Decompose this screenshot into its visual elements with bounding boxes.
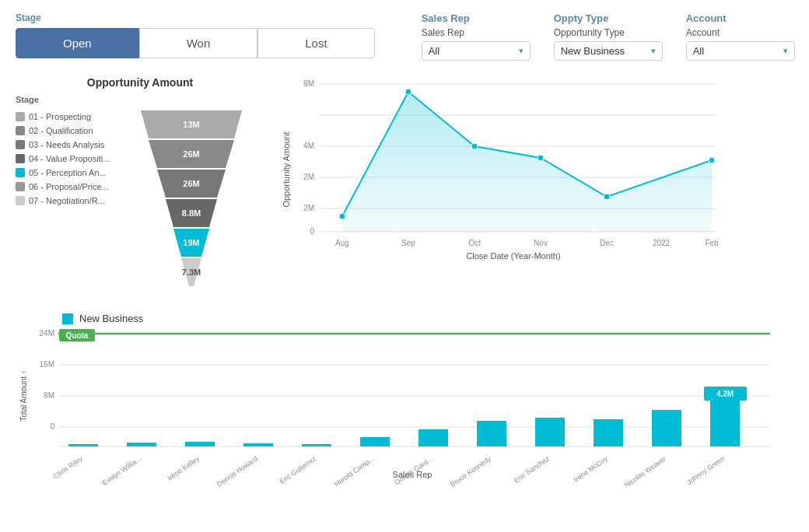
oppty-type-top-label: Oppty Type bbox=[554, 12, 663, 24]
legend-color-04 bbox=[16, 154, 25, 163]
stage-tabs: Open Won Lost bbox=[16, 28, 375, 58]
funnel-section: Opportunity Amount Stage 01 - Prospectin… bbox=[16, 76, 264, 297]
svg-point-27 bbox=[471, 143, 478, 149]
legend-color-05 bbox=[16, 168, 25, 177]
svg-text:Johnny Green: Johnny Green bbox=[685, 454, 726, 486]
svg-text:Dec: Dec bbox=[600, 239, 614, 247]
svg-rect-63 bbox=[710, 394, 740, 446]
sales-rep-top-label: Sales Rep bbox=[422, 12, 531, 24]
chevron-down-icon: ▾ bbox=[783, 46, 788, 56]
legend-item-06: 06 - Proposal/Price... bbox=[16, 182, 110, 191]
svg-text:Dennis Howard: Dennis Howard bbox=[215, 454, 259, 488]
legend-color-06 bbox=[16, 182, 25, 191]
svg-text:Quota: Quota bbox=[66, 331, 89, 340]
svg-text:7.3M: 7.3M bbox=[181, 268, 200, 277]
filter-oppty-type: Oppty Type Opportunity Type New Business… bbox=[554, 12, 663, 61]
funnel-title: Opportunity Amount bbox=[16, 76, 264, 89]
svg-text:Bruce Kennedy: Bruce Kennedy bbox=[449, 454, 493, 488]
oppty-type-value: New Business bbox=[561, 45, 625, 57]
chevron-down-icon: ▾ bbox=[519, 46, 524, 56]
legend-color-01 bbox=[16, 112, 25, 121]
tab-open[interactable]: Open bbox=[16, 28, 139, 58]
legend-item-03: 03 - Needs Analysis bbox=[16, 140, 110, 149]
svg-point-25 bbox=[339, 213, 345, 219]
legend-label-05: 05 - Perception An... bbox=[29, 168, 107, 177]
account-select[interactable]: All ▾ bbox=[686, 41, 795, 61]
svg-text:24M: 24M bbox=[40, 329, 54, 338]
svg-text:26M: 26M bbox=[183, 149, 199, 159]
svg-text:13M: 13M bbox=[183, 120, 199, 129]
svg-text:Evelyn Willia...: Evelyn Willia... bbox=[100, 454, 142, 487]
svg-rect-58 bbox=[419, 429, 448, 446]
svg-text:Aug: Aug bbox=[335, 239, 349, 247]
svg-rect-56 bbox=[302, 444, 331, 446]
svg-rect-54 bbox=[185, 442, 215, 446]
svg-rect-60 bbox=[535, 418, 565, 446]
svg-text:2M: 2M bbox=[303, 173, 314, 181]
svg-text:Close Date (Year-Month): Close Date (Year-Month) bbox=[466, 251, 560, 261]
svg-text:2M: 2M bbox=[303, 204, 314, 212]
svg-text:Opportunity Amount: Opportunity Amount bbox=[282, 131, 291, 207]
legend-label-01: 01 - Prospecting bbox=[29, 112, 91, 121]
legend-item-02: 02 - Qualification bbox=[16, 126, 110, 135]
sales-rep-select[interactable]: All ▾ bbox=[422, 41, 531, 61]
tab-won[interactable]: Won bbox=[139, 28, 258, 58]
svg-text:26M: 26M bbox=[183, 179, 199, 188]
svg-rect-57 bbox=[360, 437, 390, 446]
account-sub-label: Account bbox=[686, 27, 795, 38]
svg-text:8M: 8M bbox=[303, 79, 314, 88]
account-top-label: Account bbox=[686, 12, 795, 24]
svg-text:Irene Kelley: Irene Kelley bbox=[166, 454, 201, 482]
svg-text:Oct: Oct bbox=[468, 239, 481, 247]
svg-text:Eric Sanchez: Eric Sanchez bbox=[513, 454, 552, 485]
svg-point-29 bbox=[604, 194, 610, 200]
svg-rect-62 bbox=[652, 410, 681, 446]
bar-chart-section: New Business 24M 16M 8M 0 Total Amount ↑… bbox=[16, 313, 793, 484]
legend-item-04: 04 - Value Propositi... bbox=[16, 154, 110, 163]
line-chart-section: 8M 4M 2M 2M 0 Opportunity Amount bbox=[280, 76, 793, 297]
legend-item-01: 01 - Prospecting bbox=[16, 112, 110, 121]
svg-text:Feb: Feb bbox=[705, 239, 719, 247]
svg-text:Nov: Nov bbox=[534, 239, 548, 247]
svg-text:4.2M: 4.2M bbox=[716, 390, 734, 398]
line-chart-svg: 8M 4M 2M 2M 0 Opportunity Amount bbox=[280, 76, 731, 263]
svg-text:19M: 19M bbox=[183, 238, 199, 247]
sales-rep-value: All bbox=[429, 45, 440, 57]
svg-text:Harold Camp...: Harold Camp... bbox=[333, 454, 376, 488]
funnel-svg: 13M 26M 26M 8.8M 19M bbox=[129, 110, 254, 297]
svg-text:16M: 16M bbox=[40, 360, 54, 369]
svg-text:Total Amount ↑: Total Amount ↑ bbox=[19, 370, 28, 422]
filter-account: Account Account All ▾ bbox=[686, 12, 795, 61]
svg-point-26 bbox=[405, 89, 412, 95]
svg-text:Sep: Sep bbox=[401, 239, 415, 247]
legend-label-02: 02 - Qualification bbox=[29, 126, 93, 135]
oppty-type-select[interactable]: New Business ▾ bbox=[554, 41, 663, 61]
filters: Sales Rep Sales Rep All ▾ Oppty Type Opp… bbox=[422, 12, 809, 61]
sales-rep-sub-label: Sales Rep bbox=[422, 27, 531, 38]
tab-lost[interactable]: Lost bbox=[257, 28, 374, 58]
svg-text:2022: 2022 bbox=[653, 239, 671, 247]
legend-color-02 bbox=[16, 126, 25, 135]
svg-text:8.8M: 8.8M bbox=[181, 208, 200, 218]
svg-point-30 bbox=[709, 157, 715, 163]
svg-text:8M: 8M bbox=[44, 391, 54, 400]
svg-text:0: 0 bbox=[50, 422, 54, 431]
funnel-legend: Stage 01 - Prospecting 02 - Qualificatio… bbox=[16, 95, 110, 297]
bar-legend-color bbox=[62, 313, 73, 324]
svg-rect-52 bbox=[68, 444, 98, 446]
funnel-stage-label: Stage bbox=[16, 95, 110, 104]
svg-rect-55 bbox=[243, 443, 273, 446]
svg-rect-59 bbox=[477, 421, 506, 446]
legend-color-07 bbox=[16, 196, 25, 205]
chevron-down-icon: ▾ bbox=[651, 46, 656, 56]
svg-text:0: 0 bbox=[310, 227, 314, 236]
svg-rect-61 bbox=[594, 419, 623, 446]
funnel-visual: 13M 26M 26M 8.8M 19M bbox=[117, 95, 264, 297]
filter-sales-rep: Sales Rep Sales Rep All ▾ bbox=[422, 12, 531, 61]
legend-label-06: 06 - Proposal/Price... bbox=[29, 182, 109, 191]
legend-label-04: 04 - Value Propositi... bbox=[29, 154, 110, 163]
bar-legend-label: New Business bbox=[79, 313, 143, 324]
svg-rect-53 bbox=[127, 443, 156, 446]
legend-label-03: 03 - Needs Analysis bbox=[29, 140, 104, 149]
legend-label-07: 07 - Negotiation/R... bbox=[29, 196, 105, 205]
